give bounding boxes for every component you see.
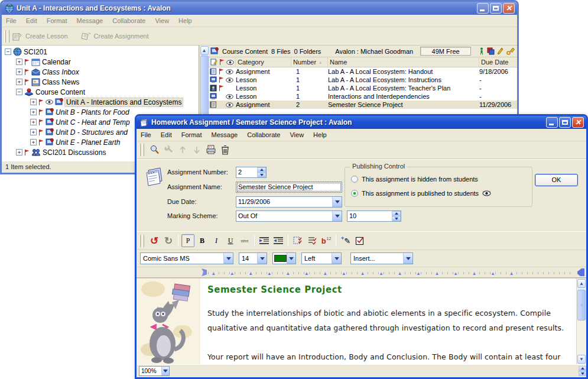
underline-button[interactable]: U xyxy=(224,234,237,247)
expand-icon[interactable]: + xyxy=(30,129,37,135)
scrollbar-thumb[interactable] xyxy=(200,56,209,119)
tools-wrench-button[interactable] xyxy=(161,143,176,157)
column-number[interactable]: Number ▲ xyxy=(291,57,328,67)
zoom-stepper[interactable] xyxy=(579,366,586,376)
scroll-up-icon[interactable]: ▲ xyxy=(577,279,586,288)
editor-scrollbar[interactable]: ▲ ≡ ▼ xyxy=(576,278,586,364)
expand-icon[interactable]: + xyxy=(16,149,22,156)
create-assignment-button[interactable]: Create Assignment xyxy=(81,32,149,41)
font-family-combobox[interactable]: Comic Sans MS xyxy=(140,252,233,264)
marking-value-stepper[interactable]: 10 xyxy=(347,210,401,222)
undo-button[interactable]: ↺ xyxy=(148,234,161,247)
menu-message[interactable]: Message xyxy=(77,17,103,24)
expand-icon[interactable]: + xyxy=(16,69,22,75)
file-row-1[interactable]: Assignment 1 Lab A - A Local Ecosystem: … xyxy=(209,67,517,76)
minimize-button[interactable] xyxy=(477,3,489,14)
menu-format[interactable]: Format xyxy=(181,131,202,138)
chevron-down-icon[interactable] xyxy=(332,197,342,207)
stepper-arrows-icon[interactable] xyxy=(257,167,266,177)
menu-view[interactable]: View xyxy=(155,17,169,24)
column-due-date[interactable]: Due Date xyxy=(479,57,517,67)
file-row-2[interactable]: Lesson 1 Lab A - A Local Ecosystem: Inst… xyxy=(209,76,517,84)
radio-unchecked-icon[interactable] xyxy=(351,176,358,183)
outdent-button[interactable] xyxy=(272,234,285,247)
left-margin-marker[interactable] xyxy=(202,268,207,276)
indent-button[interactable] xyxy=(258,234,271,247)
scroll-up-icon[interactable]: ▲ xyxy=(200,46,209,55)
column-icons[interactable] xyxy=(209,57,236,67)
toolbar-grip[interactable] xyxy=(139,235,141,247)
font-color-combobox[interactable] xyxy=(272,252,296,264)
column-category[interactable]: Category xyxy=(236,57,291,67)
assignment-body-text[interactable]: Semester Science Project Study the inter… xyxy=(200,278,576,364)
create-lesson-button[interactable]: Create Lesson xyxy=(12,32,68,41)
chevron-down-icon[interactable] xyxy=(223,253,233,264)
edit-pencil-icon[interactable] xyxy=(498,47,503,55)
chevron-down-icon[interactable] xyxy=(403,253,412,264)
collapse-icon[interactable]: − xyxy=(16,89,22,95)
font-size-combobox[interactable]: 14 xyxy=(239,252,267,264)
print-button[interactable] xyxy=(204,143,218,157)
scroll-down-icon[interactable]: ▼ xyxy=(577,355,586,364)
right-margin-marker[interactable] xyxy=(577,268,584,276)
due-date-combobox[interactable]: 11/29/2006 xyxy=(236,196,342,208)
expand-icon[interactable]: + xyxy=(16,79,22,85)
next-item-button[interactable] xyxy=(190,143,204,157)
menu-collaborate[interactable]: Collaborate xyxy=(112,17,145,24)
expand-icon[interactable]: + xyxy=(16,59,22,65)
ok-button[interactable]: OK xyxy=(535,174,578,186)
tree-item-unit-a[interactable]: + Unit A - Interactions and Ecosystems xyxy=(2,97,199,107)
chevron-down-icon[interactable] xyxy=(287,253,295,264)
assignment-titlebar[interactable]: Homework Assignment / Semester Science P… xyxy=(137,116,586,129)
menu-edit[interactable]: Edit xyxy=(26,17,37,24)
toolbar-grip[interactable] xyxy=(139,144,141,156)
chevron-down-icon[interactable] xyxy=(257,253,267,264)
menu-message[interactable]: Message xyxy=(212,131,238,138)
menu-view[interactable]: View xyxy=(290,131,304,138)
chevron-down-icon[interactable] xyxy=(332,211,342,221)
list-fields-button[interactable] xyxy=(306,234,319,247)
maximize-button[interactable] xyxy=(559,117,571,128)
tree-item-course-content[interactable]: − Course Content xyxy=(2,87,199,97)
assignment-name-input[interactable]: Semester Science Project xyxy=(236,182,342,193)
append-note-button[interactable]: +✎ xyxy=(339,234,352,247)
close-button[interactable]: ✕ xyxy=(503,3,515,14)
copy-items-icon[interactable] xyxy=(487,47,495,55)
tree-item-class-news[interactable]: + Class News xyxy=(2,77,199,87)
user-status-icon[interactable] xyxy=(479,47,484,55)
file-row-4[interactable]: Lesson 1 Interactions and Interdependenc… xyxy=(209,92,517,101)
menu-file[interactable]: File xyxy=(6,17,17,24)
preview-magnifier-button[interactable] xyxy=(147,143,161,157)
tree-item-class-inbox[interactable]: + Class Inbox xyxy=(2,67,199,77)
italic-button[interactable]: I xyxy=(210,234,223,247)
permissions-key-icon[interactable] xyxy=(506,47,515,55)
bold-button[interactable]: B xyxy=(196,234,209,247)
maximize-button[interactable] xyxy=(490,3,502,14)
menu-format[interactable]: Format xyxy=(47,17,67,24)
stepper-arrows-icon[interactable] xyxy=(392,211,401,221)
zoom-level-combobox[interactable]: 100% xyxy=(139,366,170,376)
scrollbar-thumb[interactable]: ≡ xyxy=(577,290,586,320)
menu-file[interactable]: File xyxy=(141,131,151,138)
marking-scheme-combobox[interactable]: Out Of xyxy=(236,210,342,222)
file-row-5-selected[interactable]: Assignment 2 Semester Science Project 11… xyxy=(209,101,517,109)
expand-icon[interactable]: + xyxy=(30,99,37,105)
minimize-button[interactable] xyxy=(546,117,558,128)
rich-text-editor[interactable]: Semester Science Project Study the inter… xyxy=(137,278,586,364)
menu-collaborate[interactable]: Collaborate xyxy=(247,131,280,138)
menu-help[interactable]: Help xyxy=(178,17,192,24)
toolbar-grip[interactable] xyxy=(4,30,6,43)
file-row-3[interactable]: Lesson 1 Lab A - A Local Ecosystem: Teac… xyxy=(209,84,517,92)
select-fields-button[interactable] xyxy=(291,234,304,247)
strikethrough-button[interactable]: abc xyxy=(238,234,251,247)
expand-icon[interactable]: + xyxy=(30,139,37,145)
insert-combobox[interactable]: Insert... xyxy=(350,252,413,264)
alignment-combobox[interactable]: Left xyxy=(301,252,342,264)
delete-trash-button[interactable] xyxy=(218,143,232,157)
radio-checked-icon[interactable] xyxy=(351,190,358,197)
assignment-number-stepper[interactable]: 2 xyxy=(236,167,267,178)
footnote-button[interactable]: b12 xyxy=(320,234,333,247)
chevron-down-icon[interactable] xyxy=(161,367,169,375)
expand-icon[interactable]: + xyxy=(30,109,37,115)
expand-icon[interactable]: + xyxy=(30,119,37,125)
